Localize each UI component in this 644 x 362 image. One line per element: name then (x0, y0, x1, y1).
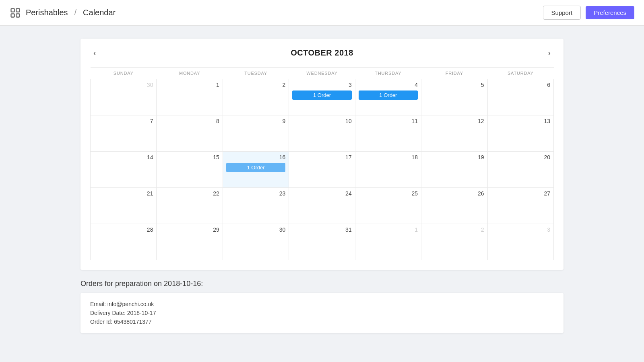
day-number: 26 (425, 190, 484, 197)
order-badge[interactable]: 1 Order (292, 90, 351, 100)
day-number: 22 (160, 190, 219, 197)
day-number: 18 (359, 154, 418, 160)
orders-card: Email: info@penchi.co.ukDelivery Date: 2… (80, 293, 564, 333)
day-number: 3 (491, 226, 550, 233)
breadcrumb-page: Calendar (83, 8, 116, 17)
day-number: 31 (292, 226, 351, 233)
calendar-body: 301231 Order41 Order56789101112131415161… (91, 79, 554, 260)
order-badge[interactable]: 1 Order (359, 90, 418, 100)
prev-month-button[interactable]: ‹ (90, 47, 99, 59)
calendar-day-cell[interactable]: 31 Order (289, 79, 355, 115)
order-delivery-date: Delivery Date: 2018-10-17 (90, 310, 554, 316)
calendar-day-cell: 6 (487, 79, 553, 115)
preferences-button[interactable]: Preferences (586, 6, 634, 19)
day-number: 19 (425, 154, 484, 160)
calendar-day-cell: 27 (487, 188, 553, 224)
day-number: 6 (491, 82, 550, 88)
day-number: 24 (292, 190, 351, 197)
day-of-week-header: SUNDAY (91, 68, 157, 79)
orders-list: Email: info@penchi.co.ukDelivery Date: 2… (90, 301, 554, 325)
day-of-week-header: FRIDAY (421, 68, 487, 79)
day-number: 8 (160, 118, 219, 124)
calendar-day-cell: 2 (223, 79, 289, 115)
orders-title: Orders for preparation on 2018-10-16: (80, 280, 564, 288)
day-number: 2 (425, 226, 484, 233)
day-number: 20 (491, 154, 550, 160)
day-number: 1 (359, 226, 418, 233)
calendar-container: ‹ OCTOBER 2018 › SUNDAYMONDAYTUESDAYWEDN… (80, 39, 564, 270)
calendar-week-row: 301231 Order41 Order56 (91, 79, 554, 115)
calendar-day-cell: 5 (421, 79, 487, 115)
calendar-days-header: SUNDAYMONDAYTUESDAYWEDNESDAYTHURSDAYFRID… (91, 68, 554, 79)
day-of-week-header: MONDAY (157, 68, 223, 79)
support-button[interactable]: Support (543, 6, 581, 20)
calendar-day-cell: 3 (487, 224, 553, 260)
day-number: 1 (160, 82, 219, 88)
calendar-day-cell: 22 (157, 188, 223, 224)
day-number: 13 (491, 118, 550, 124)
svg-rect-3 (16, 14, 19, 17)
calendar-day-cell: 20 (487, 152, 553, 188)
breadcrumb-separator: / (74, 8, 77, 17)
calendar-day-cell: 29 (157, 224, 223, 260)
day-number: 11 (359, 118, 418, 124)
calendar-day-cell[interactable]: 161 Order (223, 152, 289, 188)
calendar-day-cell: 17 (289, 152, 355, 188)
order-id: Order Id: 654380171377 (90, 319, 554, 325)
calendar-day-cell: 15 (157, 152, 223, 188)
header-left: Perishables / Calendar (10, 7, 116, 19)
calendar-day-cell: 30 (223, 224, 289, 260)
calendar-day-cell: 26 (421, 188, 487, 224)
calendar-grid: SUNDAYMONDAYTUESDAYWEDNESDAYTHURSDAYFRID… (90, 67, 554, 260)
day-number: 28 (94, 226, 153, 233)
day-of-week-header: THURSDAY (355, 68, 421, 79)
calendar-day-cell: 30 (91, 79, 157, 115)
calendar-day-cell: 7 (91, 115, 157, 152)
orders-section: Orders for preparation on 2018-10-16: Em… (80, 280, 564, 333)
calendar-week-row: 21222324252627 (91, 188, 554, 224)
calendar-day-cell: 19 (421, 152, 487, 188)
calendar-day-cell: 8 (157, 115, 223, 152)
calendar-title: OCTOBER 2018 (291, 48, 353, 58)
day-number: 25 (359, 190, 418, 197)
order-item: Email: info@penchi.co.ukDelivery Date: 2… (90, 301, 554, 325)
calendar-day-cell: 24 (289, 188, 355, 224)
main-content: ‹ OCTOBER 2018 › SUNDAYMONDAYTUESDAYWEDN… (0, 26, 644, 346)
app-header: Perishables / Calendar Support Preferenc… (0, 0, 644, 26)
day-number: 9 (226, 118, 285, 124)
svg-rect-1 (16, 8, 19, 12)
calendar-week-row: 78910111213 (91, 115, 554, 152)
day-number: 30 (94, 82, 153, 88)
day-number: 12 (425, 118, 484, 124)
day-number: 23 (226, 190, 285, 197)
day-number: 27 (491, 190, 550, 197)
calendar-day-cell: 2 (421, 224, 487, 260)
calendar-day-cell: 21 (91, 188, 157, 224)
calendar-day-cell: 23 (223, 188, 289, 224)
next-month-button[interactable]: › (545, 47, 554, 59)
calendar-day-cell: 1 (355, 224, 421, 260)
day-number: 2 (226, 82, 285, 88)
calendar-day-cell: 1 (157, 79, 223, 115)
day-number: 17 (292, 154, 351, 160)
day-number: 21 (94, 190, 153, 197)
calendar-day-cell: 18 (355, 152, 421, 188)
calendar-week-row: 28293031123 (91, 224, 554, 260)
calendar-day-cell[interactable]: 41 Order (355, 79, 421, 115)
header-right: Support Preferences (543, 6, 634, 20)
calendar-day-cell: 14 (91, 152, 157, 188)
day-of-week-header: WEDNESDAY (289, 68, 355, 79)
day-number: 10 (292, 118, 351, 124)
order-email: Email: info@penchi.co.uk (90, 301, 554, 307)
svg-rect-2 (11, 14, 14, 17)
day-number: 30 (226, 226, 285, 233)
day-number: 29 (160, 226, 219, 233)
calendar-day-cell: 9 (223, 115, 289, 152)
day-number: 15 (160, 154, 219, 160)
day-number: 4 (359, 82, 418, 88)
svg-rect-0 (11, 8, 14, 12)
order-badge[interactable]: 1 Order (226, 163, 285, 172)
calendar-day-cell: 31 (289, 224, 355, 260)
day-of-week-header: SATURDAY (487, 68, 553, 79)
calendar-header: ‹ OCTOBER 2018 › (90, 47, 554, 59)
